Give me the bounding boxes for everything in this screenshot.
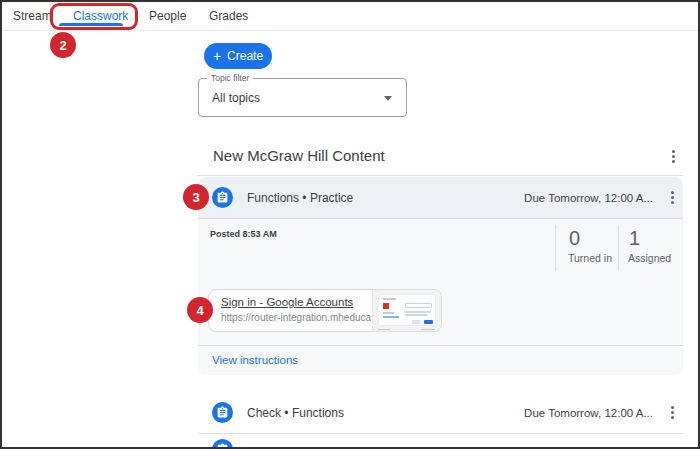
annotation-badge-4: 4 xyxy=(187,297,213,323)
assigned-label: Assigned xyxy=(628,252,671,264)
assignment-details-panel: Posted 8:53 AM 0 Turned in 1 Assigned Si… xyxy=(198,218,683,375)
attachment-thumbnail xyxy=(372,290,441,331)
tab-classwork[interactable]: Classwork xyxy=(73,9,128,23)
annotation-badge-3: 3 xyxy=(183,184,209,210)
annotation-badge-2: 2 xyxy=(50,32,76,58)
assignment-row-functions-practice[interactable]: Functions • Practice Due Tomorrow, 12:00… xyxy=(198,177,683,218)
assignment-clipboard-icon xyxy=(212,439,233,449)
attachment-title-link[interactable]: Sign in - Google Accounts xyxy=(221,296,353,308)
attachment-link-card[interactable]: Sign in - Google Accounts https://router… xyxy=(208,289,442,332)
assignment-clipboard-icon xyxy=(212,187,233,208)
assigned-count: 1 xyxy=(629,227,640,250)
section-divider xyxy=(198,175,683,176)
tab-stream[interactable]: Stream xyxy=(13,9,52,23)
create-button[interactable]: + Create xyxy=(204,43,272,69)
posted-time: Posted 8:53 AM xyxy=(210,229,277,239)
turned-in-count: 0 xyxy=(569,227,580,250)
assignment-menu-icon[interactable] xyxy=(665,188,679,206)
active-tab-underline xyxy=(59,23,123,26)
classroom-window: Stream Classwork People Grades 2 3 4 + C… xyxy=(0,0,700,449)
instructions-divider xyxy=(198,345,683,346)
section-menu-icon[interactable] xyxy=(666,147,680,165)
topic-filter-dropdown[interactable]: Topic filter All topics xyxy=(198,78,407,117)
assignment-due-date: Due Tomorrow, 12:00 A... xyxy=(524,407,653,419)
assignment-title: Functions • Practice xyxy=(247,191,353,205)
caret-down-icon xyxy=(384,96,392,101)
view-instructions-link[interactable]: View instructions xyxy=(212,354,298,366)
topic-section-title: New McGraw Hill Content xyxy=(213,147,385,164)
assignment-row-check-functions[interactable]: Check • Functions Due Tomorrow, 12:00 A.… xyxy=(198,392,683,433)
attachment-url: https://router-integration.mheduca xyxy=(221,312,371,323)
assignment-clipboard-icon xyxy=(212,402,233,423)
topic-filter-label: Topic filter xyxy=(207,73,253,83)
tab-bar: Stream Classwork People Grades xyxy=(2,2,698,31)
create-button-label: Create xyxy=(227,49,263,63)
stats-divider xyxy=(555,225,556,271)
assignment-title: Check • Functions xyxy=(247,406,344,420)
tab-people[interactable]: People xyxy=(149,9,186,23)
assignment-due-date: Due Tomorrow, 12:00 A... xyxy=(524,192,653,204)
tab-grades[interactable]: Grades xyxy=(209,9,248,23)
row-divider xyxy=(198,433,683,434)
turned-in-label: Turned in xyxy=(568,252,612,264)
stats-divider xyxy=(618,225,619,271)
topic-filter-value: All topics xyxy=(212,91,260,105)
assignment-menu-icon[interactable] xyxy=(665,403,679,421)
plus-icon: + xyxy=(213,49,221,63)
